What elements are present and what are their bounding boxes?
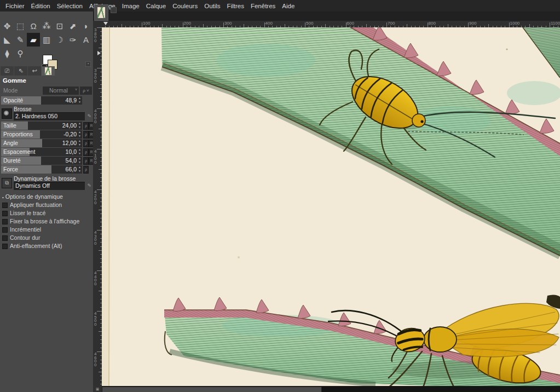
checkbox-label: Anti-effacement (Alt)	[10, 243, 62, 249]
checkbox-label: Contour dur	[10, 234, 40, 241]
paintbrush-icon[interactable]: ✎	[14, 33, 27, 47]
slider-aux-button[interactable]: ρ	[83, 122, 89, 130]
crop-icon[interactable]: ⊡	[53, 19, 66, 33]
checkbox-contourdur[interactable]: Contour dur	[2, 234, 93, 242]
menu-item-selection[interactable]: Sélection	[54, 3, 86, 9]
zoom-icon[interactable]: ⚲	[14, 47, 27, 60]
slider-aux-button[interactable]: ρ	[83, 148, 89, 156]
edit-brush-icon[interactable]: ✎	[87, 113, 91, 119]
checkbox-lisserletrace[interactable]: Lisser le tracé	[2, 209, 93, 217]
free-select-icon[interactable]: Ω	[27, 19, 40, 33]
spinner-icon[interactable]: ▲▼	[78, 122, 82, 129]
slider-value: 24,00	[62, 122, 77, 129]
tab-extra-button[interactable]	[111, 7, 117, 13]
ruler-tick	[97, 230, 102, 230]
durete-slider[interactable]: Dureté54,0▲▼	[1, 157, 82, 165]
eraser-icon[interactable]: ▰	[27, 33, 40, 47]
menu-item-aide[interactable]: Aide	[279, 3, 298, 9]
dock-menu-button[interactable]: ▪	[85, 61, 91, 67]
spinner-icon[interactable]: ▲▼	[78, 130, 82, 138]
taille-slider[interactable]: Taille24,00▲▼	[1, 122, 82, 130]
bucket-fill-icon[interactable]: ◣	[1, 33, 14, 47]
slider-label: Taille	[3, 122, 16, 129]
proportions-slider[interactable]: Proportions-0,20▲▼	[1, 130, 82, 139]
menu-item-outils[interactable]: Outils	[201, 3, 223, 9]
expander-marker-icon: •	[2, 195, 4, 200]
ruler-label: 4 4 0 0	[94, 272, 96, 286]
slider-aux-button[interactable]: ρ	[83, 131, 89, 139]
menu-item-filtres[interactable]: Filtres	[224, 3, 247, 9]
scrollbar-thumb[interactable]	[102, 387, 322, 392]
unified-transform-icon[interactable]: ⬈	[66, 19, 79, 33]
checkbox-label: Appliquer fluctuation	[10, 201, 62, 208]
spinner-icon[interactable]: ▲▼	[78, 148, 82, 155]
spinner-icon[interactable]: ▲▼	[78, 157, 82, 164]
force-slider[interactable]: Force66,0▲▼	[1, 165, 82, 174]
ruler-tick	[97, 108, 102, 109]
mode-switch-button[interactable]: ρ ˅	[80, 87, 92, 95]
espacement-slider[interactable]: Espacement10,0▲▼	[1, 148, 82, 156]
brush-preview-icon	[2, 108, 12, 119]
tab-image-thumbnail[interactable]	[42, 66, 55, 76]
ink-icon[interactable]: ✑	[66, 33, 79, 47]
spinner-icon[interactable]: ▲▼	[78, 165, 82, 173]
image-thumbnail	[45, 67, 51, 75]
checkbox-antieffacementalt[interactable]: Anti-effacement (Alt)	[2, 242, 93, 250]
slider-label: Espacement	[3, 148, 35, 155]
slider-aux-button[interactable]: ρ	[83, 157, 89, 165]
menu-item-edition[interactable]: Édition	[28, 3, 54, 9]
tool-options-panel: Gomme Mode Normal ˅ ρ ˅ Opacité 48,9 ▲▼	[0, 76, 93, 250]
spinner-icon[interactable]: ▲▼	[78, 139, 82, 147]
checkbox-label: Incrémentiel	[10, 226, 41, 233]
edit-dynamics-icon[interactable]: ✎	[87, 183, 91, 188]
opacity-slider[interactable]: Opacité 48,9 ▲▼	[1, 96, 82, 105]
tab-tool-options[interactable]: ⎚	[1, 66, 14, 76]
text-icon[interactable]: A	[79, 33, 93, 47]
checkbox-icon[interactable]	[2, 211, 8, 216]
canvas-viewport[interactable]	[102, 27, 560, 386]
horizontal-ruler[interactable]: 10020030040050060070080090010001100	[93, 21, 560, 27]
chevron-down-icon: ˅	[75, 88, 77, 91]
ruler-label: 300	[224, 21, 232, 26]
checkbox-incrementiel[interactable]: Incrémentiel	[2, 226, 93, 234]
handle-transform-icon[interactable]: ◗	[79, 19, 93, 33]
menu-item-couleurs[interactable]: Couleurs	[169, 3, 201, 9]
color-picker-icon[interactable]: ⧫	[1, 47, 14, 60]
brush-name: 2. Hardness 050	[15, 113, 57, 119]
angle-slider[interactable]: Angle12,00▲▼	[1, 139, 82, 147]
quick-mask-button[interactable]: ▣	[93, 386, 102, 392]
spinner-icon[interactable]: ▲▼	[78, 96, 82, 104]
checkbox-icon[interactable]	[2, 244, 8, 249]
checkbox-icon[interactable]	[2, 203, 8, 208]
slider-value: 66,0	[66, 166, 77, 172]
menu-item-image[interactable]: Image	[119, 3, 143, 9]
menu-item-calque[interactable]: Calque	[143, 3, 169, 9]
checkbox-icon[interactable]	[2, 219, 8, 224]
slider-value: 10,0	[66, 148, 77, 155]
fuzzy-select-icon[interactable]: ⁂	[40, 19, 53, 33]
vertical-ruler[interactable]: 3 8 0 03 9 0 04 0 0 04 1 0 04 2 0 04 3 0…	[93, 27, 102, 386]
slider-aux-button[interactable]: ρ	[83, 140, 89, 147]
checkbox-icon[interactable]	[2, 235, 8, 241]
menu-item-fenetres[interactable]: Fenêtres	[247, 3, 279, 9]
checkbox-icon[interactable]	[2, 227, 8, 233]
ruler-label: 1100	[551, 21, 560, 26]
tab-device-status[interactable]: ⇖	[14, 66, 27, 76]
smudge-icon[interactable]: ☽	[53, 33, 66, 47]
checkbox-appliquerfluctuation[interactable]: Appliquer fluctuation	[2, 201, 93, 209]
menu-item-fichier[interactable]: Fichier	[2, 3, 28, 9]
dock-tab-bar: ▪ ⎚⇖↩	[1, 66, 93, 76]
clone-icon[interactable]: ▥	[40, 33, 53, 47]
slider-aux-button[interactable]: ρ	[83, 166, 89, 174]
horizontal-scrollbar[interactable]: ▣	[93, 386, 560, 392]
dynamics-options-expander[interactable]: •Options de dynamique	[0, 191, 93, 201]
brush-selector[interactable]: Brosse 2. Hardness 050 ✎	[1, 106, 92, 120]
tab-undo-history[interactable]: ↩	[28, 66, 41, 76]
mode-dropdown[interactable]: Normal ˅	[43, 87, 79, 95]
checkbox-fixerlabrossealaffichage[interactable]: Fixer la brosse à l'affichage	[2, 217, 93, 226]
rectangle-select-icon[interactable]: ⬚	[14, 19, 27, 33]
image-tab[interactable]	[94, 4, 108, 21]
checkbox-stack: Appliquer fluctuationLisser le tracéFixe…	[0, 201, 93, 250]
dynamics-selector[interactable]: ⧉ Dynamique de la brosse Dynamics Off ✎	[1, 175, 92, 190]
move-icon[interactable]: ✥	[1, 19, 14, 33]
